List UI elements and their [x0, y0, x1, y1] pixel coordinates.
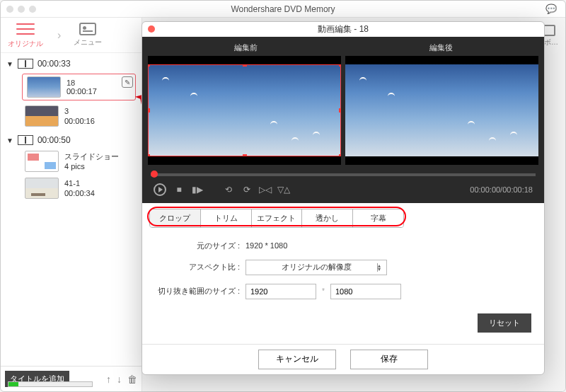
preview-label-after: 編集後: [343, 40, 538, 56]
clip-thumbnail: [25, 151, 59, 172]
layout-icon: [18, 135, 33, 145]
clip-name: 3: [64, 106, 95, 116]
mode-tabs: オリジナル › メニュー: [1, 18, 142, 53]
crop-handle[interactable]: [243, 154, 247, 156]
clip-thumbnail: [25, 178, 59, 199]
label-orig-size: 元のサイズ :: [155, 241, 240, 251]
crop-width-input[interactable]: [246, 284, 316, 299]
step-icon[interactable]: ▮▶: [192, 184, 203, 195]
crop-handle[interactable]: [148, 154, 150, 156]
cancel-button[interactable]: キャンセル: [258, 350, 336, 369]
picture-icon: [79, 23, 96, 35]
sidebar: オリジナル › メニュー ▼ 00:00:33: [1, 18, 142, 391]
edit-icon[interactable]: ✎: [122, 76, 133, 88]
zoom-icon[interactable]: [29, 6, 36, 13]
tab-menu[interactable]: メニュー: [74, 23, 102, 47]
editor-footer: キャンセル 保存: [142, 344, 544, 374]
multiply-icon: *: [322, 287, 325, 295]
title-group-header[interactable]: ▼ 00:00:33: [1, 56, 142, 71]
value-orig-size: 1920 * 1080: [246, 241, 287, 250]
edit-tab-effect[interactable]: エフェクト: [252, 209, 303, 227]
disc-usage-bar: [8, 381, 93, 387]
rotate-ccw-icon[interactable]: ⟲: [223, 184, 234, 195]
playback-controls: ■ ▮▶ ⟲ ⟳ ▷◁ ▽△ 00:00:00/00:00:18: [148, 179, 538, 200]
clip-duration: 4 pics: [64, 161, 119, 171]
clip-thumbnail: [25, 105, 59, 127]
clip-name: 41-1: [64, 178, 95, 188]
preview-before[interactable]: [148, 56, 341, 165]
crop-handle[interactable]: [148, 108, 150, 113]
crop-handle[interactable]: [243, 64, 247, 67]
clip-item[interactable]: スライドショー 4 pics: [1, 148, 142, 175]
clip-thumbnail: [27, 76, 61, 98]
stop-button[interactable]: ■: [173, 184, 185, 195]
tab-menu-label: メニュー: [74, 38, 102, 47]
caret-down-icon: ▼: [6, 60, 13, 68]
close-icon[interactable]: [148, 25, 155, 33]
caret-down-icon: ▼: [6, 137, 13, 144]
window-controls[interactable]: [6, 6, 36, 13]
play-button[interactable]: [154, 183, 166, 196]
edit-tab-bar: クロップトリムエフェクト透かし字幕: [142, 203, 544, 229]
close-icon[interactable]: [6, 6, 13, 13]
flip-h-icon[interactable]: ▷◁: [260, 184, 271, 195]
clip-duration: 00:00:17: [67, 87, 97, 96]
move-down-icon[interactable]: ↓: [117, 374, 122, 385]
editor-title-text: 動画編集 - 18: [318, 23, 369, 35]
crop-handle[interactable]: [339, 154, 341, 156]
edit-tab-trim[interactable]: トリム: [201, 209, 252, 227]
crop-height-input[interactable]: [330, 284, 401, 299]
clip-name: 18: [67, 79, 97, 87]
feedback-icon[interactable]: 💬: [545, 4, 557, 14]
timecode-display: 00:00:00/00:00:18: [470, 185, 533, 194]
document-lines-icon: [16, 21, 35, 37]
chevron-updown-icon: ▴▾: [378, 264, 381, 271]
tab-original-label: オリジナル: [8, 39, 43, 49]
timeline-knob[interactable]: [151, 171, 158, 178]
preview-after: [345, 56, 538, 165]
edit-tab-watermark[interactable]: 透かし: [302, 209, 353, 227]
clip-duration: 00:00:34: [64, 188, 95, 198]
layout-icon: [18, 59, 33, 69]
edit-tab-subtitle[interactable]: 字幕: [353, 209, 403, 227]
clip-duration: 00:00:16: [64, 116, 95, 126]
preview-area: 編集前 編集後: [142, 37, 544, 203]
minimize-icon[interactable]: [18, 6, 25, 13]
clip-item[interactable]: 41-1 00:00:34: [1, 175, 142, 202]
video-editor-dialog: 動画編集 - 18 編集前 編集後: [142, 21, 545, 375]
timeline-slider[interactable]: [151, 173, 536, 176]
label-aspect: アスペクト比 :: [155, 262, 240, 272]
title-list: ▼ 00:00:33 18 00:00:17 ✎ ➤: [1, 53, 142, 366]
preview-label-before: 編集前: [148, 40, 343, 56]
clip-item-selected[interactable]: 18 00:00:17 ✎ ➤: [22, 74, 136, 100]
sidebar-footer: タイトルを追加 ↑ ↓ 🗑: [1, 366, 142, 391]
titlebar[interactable]: Wondershare DVD Memory 💬: [1, 1, 565, 18]
reset-button[interactable]: リセット: [478, 313, 531, 333]
clip-item[interactable]: 3 00:00:16: [1, 103, 142, 129]
edit-tab-crop[interactable]: クロップ: [150, 209, 201, 227]
clip-name: スライドショー: [64, 151, 119, 161]
flip-v-icon[interactable]: ▽△: [278, 184, 289, 195]
rotate-cw-icon[interactable]: ⟳: [241, 184, 253, 195]
app-title: Wondershare DVD Memory: [231, 4, 335, 14]
crop-form: 元のサイズ : 1920 * 1080 アスペクト比 : オリジナルの解像度 ▴…: [142, 229, 544, 344]
trash-icon[interactable]: 🗑: [127, 374, 137, 385]
label-crop-size: 切り抜き範囲のサイズ :: [155, 286, 240, 296]
editor-titlebar[interactable]: 動画編集 - 18: [142, 22, 544, 37]
move-up-icon[interactable]: ↑: [106, 374, 111, 385]
save-button[interactable]: 保存: [350, 350, 428, 369]
title-group-header[interactable]: ▼ 00:00:50: [1, 132, 142, 148]
crop-handle[interactable]: [339, 108, 341, 113]
tab-original[interactable]: オリジナル: [8, 21, 43, 49]
chevron-right-icon: ›: [57, 29, 61, 42]
aspect-ratio-select[interactable]: オリジナルの解像度 ▴▾: [246, 260, 387, 275]
crop-handle[interactable]: [148, 64, 150, 67]
group-duration: 00:00:33: [37, 59, 71, 69]
group-duration: 00:00:50: [37, 135, 71, 145]
crop-handle[interactable]: [339, 64, 341, 67]
